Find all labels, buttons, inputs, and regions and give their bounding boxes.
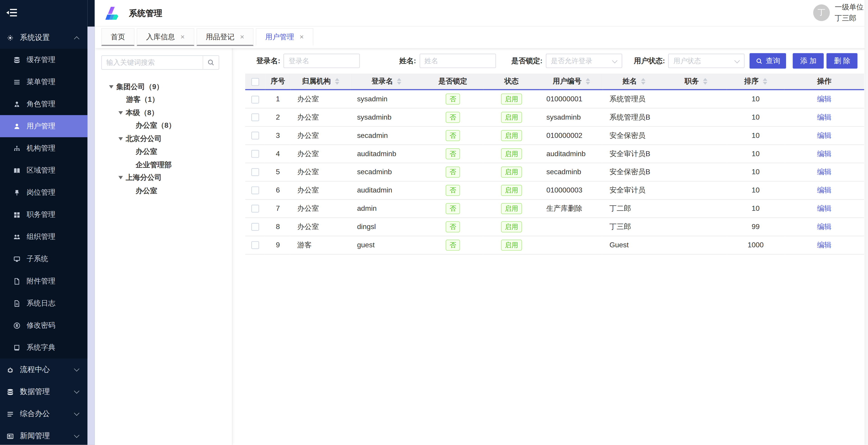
caret-down-icon[interactable] <box>119 137 123 140</box>
cell-select <box>245 218 265 236</box>
sidebar-item[interactable]: 组织管理 <box>0 226 87 248</box>
query-button[interactable]: 查询 <box>750 53 786 69</box>
sidebar-item[interactable]: 系统字典 <box>0 337 87 358</box>
column-header-6[interactable]: 用户编号 <box>540 73 603 90</box>
edit-link[interactable]: 编辑 <box>817 186 831 194</box>
sidebar-section[interactable]: 系统设置 <box>0 27 87 49</box>
tree-node[interactable]: 上海分公司 <box>95 171 232 184</box>
sidebar-item[interactable]: 区域管理 <box>0 159 87 182</box>
tree-search-input[interactable] <box>102 56 203 69</box>
tree-node[interactable]: 办公室 <box>95 145 232 158</box>
sidebar-item[interactable]: 角色管理 <box>0 93 87 115</box>
column-header-9[interactable]: 排序 <box>727 73 784 90</box>
column-header-8[interactable]: 职务 <box>665 73 727 90</box>
row-checkbox[interactable] <box>251 95 259 103</box>
tree-node[interactable]: 企业管理部 <box>95 158 232 171</box>
edit-link[interactable]: 编辑 <box>817 131 831 139</box>
user-info[interactable]: 丁 一级单位 丁三郎 <box>813 2 864 24</box>
lines-icon <box>6 410 14 417</box>
caret-down-icon[interactable] <box>119 111 123 115</box>
edit-link[interactable]: 编辑 <box>817 222 831 231</box>
cell-select <box>245 181 265 199</box>
close-icon[interactable]: × <box>300 33 304 41</box>
caret-down-icon[interactable] <box>109 85 114 89</box>
delete-button[interactable]: 删 除 <box>827 53 858 69</box>
sidebar-item[interactable]: 系统日志 <box>0 292 87 314</box>
sidebar-item[interactable]: 子系统 <box>0 248 87 270</box>
sidebar-item[interactable]: 修改密码 <box>0 314 87 337</box>
tab[interactable]: 首页 <box>101 28 134 46</box>
row-checkbox[interactable] <box>251 205 259 213</box>
cell-order: 10 <box>727 145 784 163</box>
column-header-3[interactable]: 登录名 <box>350 73 422 90</box>
sort-icon[interactable] <box>703 78 707 85</box>
tree-node[interactable]: 办公室（8） <box>95 119 232 132</box>
row-checkbox[interactable] <box>251 150 259 158</box>
sidebar-item[interactable]: 用户管理 <box>0 115 87 137</box>
tree-node[interactable]: 游客（1） <box>95 93 232 106</box>
edit-link[interactable]: 编辑 <box>817 95 831 103</box>
edit-link[interactable]: 编辑 <box>817 113 831 121</box>
sidebar-collapse-button[interactable] <box>6 6 19 20</box>
tree-node-label: 办公室（8） <box>136 121 176 131</box>
tree-node[interactable]: 办公室 <box>95 184 232 197</box>
filter-login-input[interactable] <box>283 54 360 68</box>
row-checkbox[interactable] <box>251 223 259 231</box>
cell-duty <box>665 145 727 163</box>
tree-node[interactable]: 集团公司（9） <box>95 80 232 93</box>
cell-locked: 否 <box>422 181 483 199</box>
close-icon[interactable]: × <box>240 33 244 41</box>
sidebar-item[interactable]: 附件管理 <box>0 270 87 292</box>
column-header-7[interactable]: 姓名 <box>603 73 665 90</box>
sidebar-item[interactable]: 职务管理 <box>0 203 87 226</box>
chevron-up-icon <box>74 36 79 41</box>
row-checkbox[interactable] <box>251 242 259 249</box>
edit-link[interactable]: 编辑 <box>817 204 831 212</box>
tab-label: 入库信息 <box>146 32 175 42</box>
tab[interactable]: 入库信息× <box>137 28 194 46</box>
sidebar-item[interactable]: 缓存管理 <box>0 49 87 71</box>
sidebar-section[interactable]: 新闻管理 <box>0 425 87 445</box>
row-checkbox[interactable] <box>251 187 259 194</box>
edit-link[interactable]: 编辑 <box>817 149 831 158</box>
tree-node[interactable]: 北京分公司 <box>95 132 232 145</box>
cell-org: 办公室 <box>290 218 350 236</box>
row-checkbox[interactable] <box>251 114 259 121</box>
filter-name-input[interactable] <box>420 54 496 68</box>
close-icon[interactable]: × <box>180 33 185 41</box>
row-checkbox[interactable] <box>251 132 259 139</box>
edit-link[interactable]: 编辑 <box>817 240 831 249</box>
page-scrollbar[interactable] <box>865 0 868 445</box>
tab[interactable]: 用品登记× <box>196 28 254 46</box>
select-all-checkbox[interactable] <box>251 78 259 86</box>
sidebar-item[interactable]: 机构管理 <box>0 137 87 159</box>
row-checkbox[interactable] <box>251 168 259 176</box>
sidebar-item[interactable]: 菜单管理 <box>0 71 87 93</box>
cell-user-no <box>540 236 603 254</box>
filter-locked-select[interactable]: 是否允许登录 <box>546 54 622 68</box>
status-badge: 启用 <box>501 221 522 232</box>
add-button[interactable]: 添 加 <box>793 53 824 69</box>
sort-icon[interactable] <box>335 78 339 85</box>
filter-status-select[interactable]: 用户状态 <box>669 54 745 68</box>
sort-icon[interactable] <box>763 78 767 85</box>
tab[interactable]: 用户管理× <box>256 28 313 46</box>
tree-node[interactable]: 本级（8） <box>95 106 232 119</box>
sitemap-icon <box>13 145 21 152</box>
sidebar-scrollbar[interactable] <box>87 0 95 445</box>
caret-down-icon[interactable] <box>119 176 123 180</box>
status-badge: 否 <box>446 166 460 178</box>
sidebar-section[interactable]: 数据管理 <box>0 381 87 403</box>
sidebar-section[interactable]: 综合办公 <box>0 403 87 425</box>
column-header-2[interactable]: 归属机构 <box>290 73 350 90</box>
tree-search-button[interactable] <box>203 56 219 69</box>
edit-link[interactable]: 编辑 <box>817 167 831 176</box>
sidebar-item[interactable]: 岗位管理 <box>0 182 87 203</box>
sidebar-item-label: 岗位管理 <box>27 188 56 197</box>
sort-icon[interactable] <box>641 78 645 85</box>
sort-icon[interactable] <box>585 78 590 85</box>
cell-status: 启用 <box>483 163 540 181</box>
tree-node-label: 游客（1） <box>126 95 159 105</box>
sidebar-section[interactable]: 流程中心 <box>0 358 87 381</box>
sort-icon[interactable] <box>397 78 401 85</box>
